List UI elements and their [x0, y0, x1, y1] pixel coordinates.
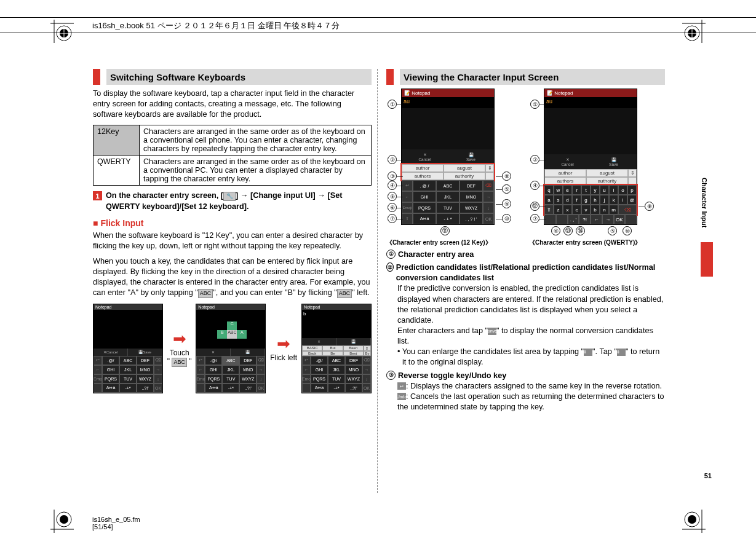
abc-key-icon: ABC: [337, 289, 352, 298]
collapse-icon: ⇕: [617, 349, 626, 356]
settings-icon: 🔧: [223, 192, 236, 201]
table-cell-name: QWERTY: [94, 156, 140, 186]
arrow-right-icon: ➡: [167, 329, 192, 349]
step-1: 1 On the character entry screen, [🔧] → […: [93, 191, 372, 211]
touch-arrow-block: ➡ Touch" ABC ": [167, 329, 192, 366]
arrow-right-icon: ➡: [270, 334, 297, 353]
subheading-flick: ■ Flick Input: [93, 218, 372, 228]
section-title: Switching Software Keyboards: [110, 72, 245, 82]
section-title: Viewing the Character Input Screen: [404, 72, 559, 82]
abc-key-icon: ABC: [198, 289, 213, 298]
mini-screen-2: Notepad C BABCA ✕💾 ↩.@/ABCDEF⌫ ←GHIJKLMN…: [196, 304, 266, 393]
table-row: QWERTY Characters are arranged in the sa…: [94, 156, 372, 186]
mini-screen-3: Notepad b ✕💾 BASICButBeen⇕ BackBeBestBy …: [301, 304, 372, 393]
screenshot-12key: 📝 Notepad au ✕Cancel💾Save authoraugust⇕ …: [386, 89, 513, 247]
mini-screen-1: Notepad ✕Cancel💾Save ↩.@/ABCDEF⌫ ←GHIJKL…: [93, 304, 163, 393]
svg-point-19: [688, 515, 696, 524]
table-cell-desc: Characters are arranged in the same orde…: [140, 156, 372, 186]
footer: is16sh_e_05.fm [51/54]: [92, 516, 140, 530]
flick-arrow-block: ➡ Flick left: [270, 334, 297, 362]
flick-paragraph-2: When you touch a key, the candidates tha…: [93, 256, 372, 299]
expand-icon: ⇕: [584, 349, 592, 356]
crop-mark-bottom-right: [682, 510, 706, 533]
description-list: ①Character entry area ②Prediction candid…: [386, 250, 665, 412]
intro-paragraph: To display the software keyboard, tap a …: [93, 89, 372, 120]
svg-point-15: [60, 515, 68, 524]
desc-item-3: ③Reverse toggle key/Undo key ↩: Displays…: [386, 371, 665, 413]
reverse-icon: ↩: [397, 382, 406, 390]
desc-item-2: ②Prediction candidates list/Relational p…: [386, 262, 665, 368]
red-accent-bar: [386, 69, 394, 85]
page-number: 51: [704, 472, 712, 479]
footer-line2: [51/54]: [92, 523, 140, 530]
step-number-badge: 1: [93, 191, 102, 200]
footer-line1: is16sh_e_05.fm: [92, 516, 140, 523]
top-rule: is16sh_e.book 51 ページ ２０１２年６月１日 金曜日 午後８時４…: [0, 17, 756, 33]
caption-qwerty: 《Character entry screen (QWERTY)》: [529, 238, 656, 247]
table-cell-desc: Characters are arranged in the same orde…: [140, 125, 372, 156]
convert-icon: Convert: [488, 328, 496, 335]
side-tab-red-block: [701, 242, 713, 277]
section-header-switching: Switching Software Keyboards: [93, 69, 372, 85]
screenshot-qwerty: 📝 Notepad au ✕Cancel💾Save authoraugust⇕ …: [529, 89, 656, 247]
annotated-screens-row: 📝 Notepad au ✕Cancel💾Save authoraugust⇕ …: [386, 89, 665, 247]
table-row: 12Key Characters are arranged in the sam…: [94, 125, 372, 156]
red-accent-bar: [93, 69, 100, 85]
side-tab: Character Input: [701, 166, 713, 313]
keyboard-types-table: 12Key Characters are arranged in the sam…: [93, 125, 372, 186]
red-square-icon: ■: [93, 218, 98, 228]
flick-illustration-row: Notepad ✕Cancel💾Save ↩.@/ABCDEF⌫ ←GHIJKL…: [93, 304, 372, 393]
left-column: Switching Software Keyboards To display …: [93, 69, 379, 415]
side-tab-label: Character Input: [701, 166, 708, 240]
right-column: Viewing the Character Input Screen 📝 Not…: [379, 69, 665, 415]
abc-key-icon: ABC: [172, 358, 187, 367]
subheading-text: Flick Input: [100, 218, 143, 228]
undo-icon: Undo: [397, 393, 406, 400]
section-header-viewing: Viewing the Character Input Screen: [386, 69, 665, 85]
step-text: On the character entry screen, [🔧] → [Ch…: [106, 191, 372, 211]
crop-mark-bottom-left: [50, 510, 74, 533]
table-cell-name: 12Key: [94, 125, 140, 156]
flick-paragraph-1: When the software keyboard is "12 Key", …: [93, 231, 372, 251]
caption-12key: 《Character entry screen (12 Key)》: [386, 238, 513, 247]
desc-item-1: ①Character entry area: [386, 250, 665, 260]
top-filename-text: is16sh_e.book 51 ページ ２０１２年６月１日 金曜日 午後８時４…: [92, 20, 340, 31]
